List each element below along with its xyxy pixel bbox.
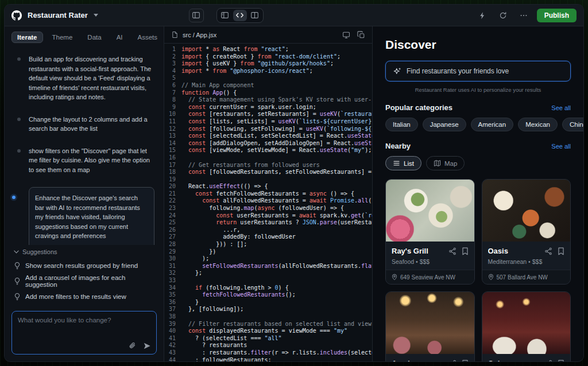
code-line[interactable]: 27 addedBy: followedUser <box>164 233 372 241</box>
code-line[interactable]: 24 const userRestaurants = await spark.k… <box>164 212 372 220</box>
code-line[interactable]: 13 const [selectedList, setSelectedList]… <box>164 133 372 140</box>
code-line[interactable]: 4import * from "@phosphor-icons/react"; <box>164 68 372 75</box>
map-view-button[interactable]: Map <box>426 156 465 170</box>
code-line[interactable]: 7function App() { <box>164 89 372 97</box>
bookmark-icon[interactable] <box>462 360 469 362</box>
share-icon[interactable] <box>544 247 552 255</box>
category-chip-chinese[interactable]: Chinese <box>562 118 583 131</box>
suggestion-item[interactable]: Add more filters to the results view <box>14 290 154 303</box>
prompt-message[interactable]: Enhance the Discover page's search bar w… <box>29 187 154 245</box>
code-line[interactable]: 16 <box>164 154 372 162</box>
code-line[interactable]: 21 const fetchFollowedRestaurants = asyn… <box>164 190 372 198</box>
tab-iterate[interactable]: Iterate <box>11 32 43 43</box>
code-line[interactable]: 34 if (following.length > 0) { <box>164 285 372 292</box>
restaurant-card[interactable]: Ray's GrillSeafood • $$$649 Seaview Ave … <box>385 179 475 285</box>
code-line[interactable]: 29 }) <box>164 248 372 256</box>
publish-button[interactable]: Publish <box>537 9 577 22</box>
see-all-link[interactable]: See all <box>551 104 571 111</box>
layout-code-button[interactable] <box>233 10 247 21</box>
toggle-sidebar-button[interactable] <box>189 9 204 22</box>
copy-icon[interactable] <box>357 31 365 39</box>
code-line[interactable]: 1import * as React from "react"; <box>164 46 372 53</box>
share-icon[interactable] <box>448 247 457 255</box>
suggestion-item[interactable]: Show search results grouped by friend <box>14 259 154 272</box>
see-all-link[interactable]: See all <box>551 143 571 150</box>
code-line[interactable]: 32 }; <box>164 270 372 277</box>
share-icon[interactable] <box>448 360 457 362</box>
code-line[interactable]: 20 React.useEffect(() => { <box>164 183 372 190</box>
attach-icon[interactable] <box>129 342 136 350</box>
code-line[interactable]: 2import { createRoot } from "react-dom/c… <box>164 53 372 61</box>
code-line[interactable]: 26 ...r, <box>164 227 372 234</box>
code-line[interactable]: 41 ? (selectedList === "all" <box>164 335 372 342</box>
code-line[interactable]: 28 })) : []; <box>164 241 372 248</box>
code-line[interactable]: 9 const currentUser = spark.user.login; <box>164 104 372 111</box>
bookmark-icon[interactable] <box>558 247 564 255</box>
category-chip-japanese[interactable]: Japanese <box>423 118 466 131</box>
code-line[interactable]: 19 <box>164 176 372 184</box>
code-line[interactable]: 12 const [following, setFollowing] = use… <box>164 126 372 133</box>
code-line[interactable]: 6// Main App component <box>164 82 372 89</box>
code-line[interactable]: 38 <box>164 313 372 321</box>
code-line[interactable]: 5 <box>164 75 372 82</box>
code-line[interactable]: 3import { useKV } from "@github/spark/ho… <box>164 60 372 68</box>
bookmark-icon[interactable] <box>558 360 564 362</box>
line-content: }) <box>181 248 216 256</box>
share-icon[interactable] <box>544 360 552 362</box>
code-line[interactable]: 31 setFollowedRestaurants(allFollowedRes… <box>164 263 372 270</box>
refresh-button[interactable] <box>496 9 510 22</box>
code-line[interactable]: 14 const [addDialogOpen, setAddDialogOpe… <box>164 140 372 147</box>
category-chip-american[interactable]: American <box>471 118 514 131</box>
code-line[interactable]: 17 // Get restaurants from followed user… <box>164 162 372 169</box>
list-view-button[interactable]: List <box>385 156 421 170</box>
tab-assets[interactable]: Assets <box>132 32 164 43</box>
code-line[interactable]: 8 // State management using Spark's KV s… <box>164 96 372 104</box>
search-input[interactable] <box>407 67 563 75</box>
line-number: 25 <box>164 219 181 227</box>
chevron-down-icon[interactable] <box>94 14 98 17</box>
code-line[interactable]: 43 : restaurants.filter(r => r.lists.inc… <box>164 349 372 357</box>
code-line[interactable]: 37 }, [following]); <box>164 306 372 313</box>
open-preview-icon[interactable] <box>342 31 350 39</box>
code-line[interactable]: 35 fetchFollowedRestaurants(); <box>164 291 372 299</box>
suggestion-item[interactable]: Add a carousel of images for each sugges… <box>14 272 154 290</box>
line-number: 24 <box>164 212 181 220</box>
restaurant-card[interactable]: Asadero <box>385 291 475 361</box>
code-line[interactable]: 10 const [restaurants, setRestaurants] =… <box>164 111 372 118</box>
layout-chat-button[interactable] <box>218 10 232 21</box>
prompt-message[interactable]: Build an app for discovering and trackin… <box>29 54 154 102</box>
more-options-button[interactable] <box>516 9 531 22</box>
bookmark-icon[interactable] <box>462 247 469 255</box>
suggestions-header[interactable]: Suggestions <box>14 248 154 255</box>
code-line[interactable]: 40 const displayedRestaurants = viewMode… <box>164 328 372 335</box>
layout-preview-button[interactable] <box>248 10 262 21</box>
code-editor[interactable]: 1import * as React from "react";2import … <box>164 44 372 361</box>
prompt-text: Enhance the Discover page's search bar w… <box>35 193 148 241</box>
code-line[interactable]: 15 const [viewMode, setViewMode] = React… <box>164 147 372 154</box>
restaurant-card[interactable]: Ocho <box>482 291 571 361</box>
code-line[interactable]: 39 // Filter restaurants based on select… <box>164 321 372 328</box>
code-line[interactable]: 18 const [followedRestaurants, setFollow… <box>164 169 372 176</box>
prompt-message[interactable]: show filters on the "Discover" page that… <box>29 146 154 175</box>
prompt-message[interactable]: Change the layout to 2 columns and add a… <box>29 115 154 134</box>
tab-theme[interactable]: Theme <box>47 32 79 43</box>
chevron-down-icon <box>14 250 19 254</box>
code-line[interactable]: 42 ? restaurants <box>164 342 372 349</box>
code-line[interactable]: 33 <box>164 277 372 285</box>
code-line[interactable]: 36 } <box>164 299 372 306</box>
tab-data[interactable]: Data <box>82 32 107 43</box>
line-number: 30 <box>164 255 181 263</box>
code-line[interactable]: 30 ); <box>164 255 372 263</box>
send-icon[interactable] <box>143 342 151 350</box>
lightning-button[interactable] <box>475 9 490 22</box>
restaurant-card[interactable]: OasisMediterranean • $$$507 Ballard Ave … <box>482 179 571 285</box>
category-chip-italian[interactable]: Italian <box>385 118 418 131</box>
code-line[interactable]: 22 const allFollowedRestaurants = await … <box>164 197 372 205</box>
code-line[interactable]: 11 const [lists, setLists] = useKV(`list… <box>164 118 372 126</box>
code-line[interactable]: 23 following.map(async (followedUser) =>… <box>164 205 372 212</box>
code-line[interactable]: 44 : followedRestaurants; <box>164 357 372 361</box>
tab-ai[interactable]: AI <box>111 32 129 43</box>
line-number: 31 <box>164 263 181 270</box>
category-chip-mexican[interactable]: Mexican <box>518 118 558 131</box>
code-line[interactable]: 25 return userRestaurants ? JSON.parse(u… <box>164 219 372 227</box>
